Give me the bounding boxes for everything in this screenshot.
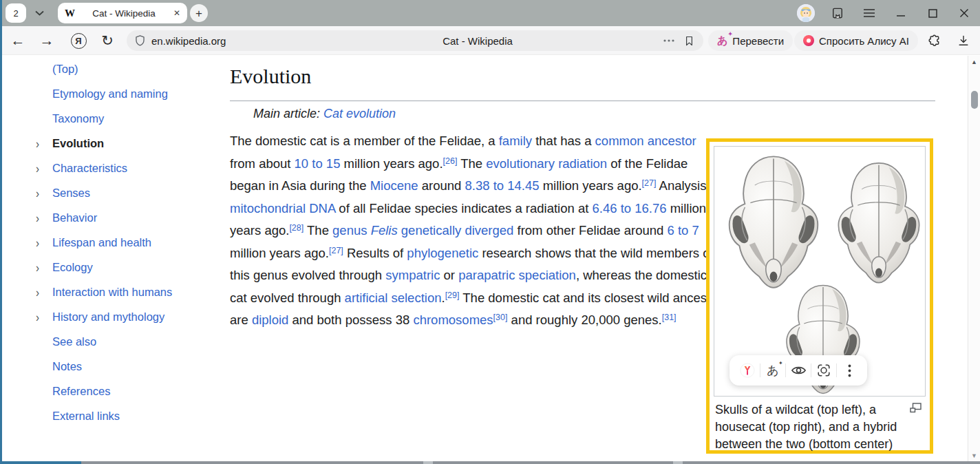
wiki-link[interactable]: 6 to 7	[668, 223, 699, 238]
alice-profile-button[interactable]	[790, 0, 822, 26]
wiki-link[interactable]: chromosomes	[413, 313, 493, 327]
sidebar-item-references[interactable]: References	[36, 383, 110, 399]
extensions-button[interactable]	[923, 26, 945, 55]
chevron-right-icon[interactable]: ›	[36, 235, 52, 249]
sidebar-item-label[interactable]: History and mythology	[52, 310, 164, 324]
sidebar-item-label[interactable]: Senses	[52, 187, 90, 200]
sidebar-item-etymology-and-naming[interactable]: Etymology and naming	[36, 85, 168, 102]
forward-button[interactable]: →	[36, 26, 58, 55]
chevron-right-icon[interactable]: ›	[36, 284, 52, 299]
sidebar-item-characteristics[interactable]: ›Characteristics	[36, 160, 127, 176]
scrollbar-thumb[interactable]	[971, 91, 978, 109]
minimize-button[interactable]	[885, 0, 917, 26]
wiki-link[interactable]: Felis	[371, 223, 398, 238]
reference-marker: [26]	[443, 156, 458, 166]
highlighted-figure[interactable]: あ✦	[706, 138, 933, 454]
chevron-right-icon[interactable]: ›	[36, 260, 52, 274]
skulls-image[interactable]: あ✦	[714, 146, 926, 397]
wiki-link[interactable]: sympatric	[385, 268, 440, 282]
sidebar-item-see-also[interactable]: See also	[36, 333, 96, 350]
new-tab-button[interactable]: +	[190, 4, 208, 22]
yandex-search-button[interactable]: Я	[67, 26, 89, 55]
sidebar-item-label[interactable]: Notes	[52, 360, 82, 373]
sidebar-item-external-links[interactable]: External links	[36, 408, 120, 424]
yandex-logo-button[interactable]	[736, 359, 758, 381]
reference-link[interactable]: [29]	[445, 291, 460, 300]
maximize-button[interactable]	[917, 0, 948, 26]
sidebar-item-lifespan-and-health[interactable]: ›Lifespan and health	[36, 234, 151, 251]
wiki-link[interactable]: 10 to 15	[295, 156, 341, 171]
wiki-link[interactable]: phylogenetic	[407, 246, 478, 260]
sidebar-item-label[interactable]: References	[52, 385, 110, 398]
chevron-right-icon[interactable]: ›	[36, 136, 52, 150]
enlarge-figure-button[interactable]	[910, 403, 922, 413]
wiki-link[interactable]: 8.38 to 14.45	[465, 178, 539, 193]
sidebar-item-label[interactable]: Characteristics	[52, 162, 127, 175]
reference-link[interactable]: [27]	[329, 246, 343, 255]
sidebar-item-label[interactable]: Etymology and naming	[52, 87, 168, 101]
translate-image-button[interactable]: あ✦	[762, 359, 784, 381]
sidebar-item-label[interactable]: Interaction with humans	[52, 286, 172, 299]
tab-list-chevron-button[interactable]	[29, 3, 50, 23]
wiki-link[interactable]: genus	[332, 223, 367, 238]
sidebar-item-label[interactable]: Ecology	[52, 261, 93, 274]
reference-link[interactable]: [28]	[289, 223, 303, 233]
side-panel-button[interactable]	[822, 0, 853, 26]
more-image-actions-button[interactable]	[838, 359, 860, 381]
scroll-down-arrow[interactable]: ▼	[968, 452, 980, 459]
wiki-link[interactable]: Miocene	[370, 178, 418, 193]
sidebar-item-history-and-mythology[interactable]: ›History and mythology	[36, 308, 164, 325]
sidebar-item-label[interactable]: Taxonomy	[52, 112, 104, 125]
tab-counter-button[interactable]: 2	[6, 3, 26, 23]
sidebar-item-label[interactable]: Evolution	[52, 137, 104, 150]
chevron-right-icon[interactable]: ›	[36, 160, 52, 175]
sidebar-item-senses[interactable]: ›Senses	[36, 184, 90, 201]
wiki-link[interactable]: common ancestor	[595, 134, 696, 148]
ask-alice-button[interactable]: Спросить Алису AI	[794, 30, 918, 51]
preview-button[interactable]	[787, 359, 809, 381]
wiki-link[interactable]: evolutionary radiation	[486, 156, 607, 171]
browser-menu-button[interactable]	[853, 0, 885, 26]
browser-tab[interactable]: W Cat - Wikipedia ✕	[58, 3, 187, 23]
sidebar-item-notes[interactable]: Notes	[36, 358, 82, 375]
chevron-right-icon[interactable]: ›	[36, 185, 52, 200]
sidebar-item-label[interactable]: See also	[52, 335, 96, 348]
sidebar-item-taxonomy[interactable]: Taxonomy	[36, 110, 104, 127]
image-search-button[interactable]	[813, 359, 835, 381]
sidebar-item-label[interactable]: External links	[52, 410, 120, 423]
wiki-link[interactable]: artificial selection	[345, 291, 442, 305]
wiki-link[interactable]: mitochondrial DNA	[230, 201, 335, 215]
wiki-link[interactable]: 6.46 to 16.76	[593, 201, 667, 215]
hatnote-link[interactable]: Cat evolution	[323, 107, 396, 120]
reference-link[interactable]: [26]	[443, 156, 458, 166]
sidebar-item-label[interactable]: Lifespan and health	[52, 236, 151, 249]
scroll-up-arrow[interactable]: ▲	[968, 59, 980, 65]
sidebar-item-label[interactable]: (Top)	[52, 63, 78, 76]
more-actions-icon[interactable]	[663, 39, 675, 43]
wiki-link[interactable]: genetically diverged	[401, 223, 514, 238]
minimize-icon	[896, 8, 906, 18]
sidebar-item-interaction-with-humans[interactable]: ›Interaction with humans	[36, 284, 172, 300]
wiki-link[interactable]: family	[499, 134, 532, 148]
sidebar-item-evolution[interactable]: ›Evolution	[36, 135, 104, 151]
close-window-button[interactable]	[948, 0, 980, 26]
sidebar-item-behavior[interactable]: ›Behavior	[36, 209, 97, 226]
chevron-right-icon[interactable]: ›	[36, 309, 52, 324]
wiki-link[interactable]: diploid	[252, 313, 289, 327]
reference-link[interactable]: [30]	[493, 313, 508, 322]
downloads-button[interactable]	[952, 26, 974, 55]
sidebar-item-ecology[interactable]: ›Ecology	[36, 259, 93, 275]
bookmark-icon[interactable]	[683, 34, 695, 48]
vertical-scrollbar[interactable]: ▲ ▼	[968, 56, 980, 461]
sidebar-item-label[interactable]: Behavior	[52, 211, 97, 224]
sidebar-item-top[interactable]: (Top)	[36, 61, 78, 77]
reference-link[interactable]: [27]	[642, 178, 657, 188]
back-button[interactable]: ←	[7, 26, 29, 55]
wiki-link[interactable]: parapatric speciation	[458, 268, 576, 282]
tab-close-icon[interactable]: ✕	[168, 8, 180, 18]
translate-page-button[interactable]: あ Перевести	[708, 30, 793, 51]
reference-link[interactable]: [31]	[662, 313, 677, 322]
chevron-right-icon[interactable]: ›	[36, 210, 52, 224]
address-bar[interactable]: en.wikipedia.org Cat - Wikipedia	[127, 30, 703, 51]
reload-button[interactable]: ↻	[96, 26, 118, 55]
